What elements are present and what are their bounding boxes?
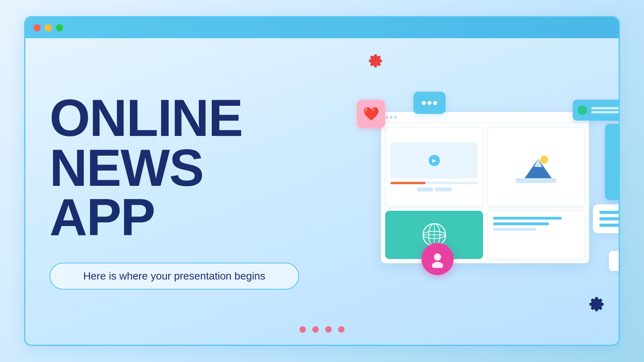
card-image	[487, 127, 585, 207]
inner-browser-bar	[381, 112, 589, 123]
avatar-circle	[421, 243, 454, 275]
chat-dot-2	[427, 101, 431, 105]
pie-chart-svg	[617, 136, 620, 188]
browser-content: ONLINE NEWS APP Here is where your prese…	[25, 38, 619, 345]
text-line-1	[493, 217, 561, 220]
outer-wrapper: ONLINE NEWS APP Here is where your prese…	[24, 16, 620, 346]
svg-point-0	[540, 156, 548, 164]
red-gear-icon	[364, 50, 385, 76]
subtitle-text: Here is where your presentation begins	[83, 270, 265, 282]
chat-dot-1	[422, 101, 426, 105]
video-progress-bar	[390, 182, 478, 184]
floating-header-bar	[573, 100, 620, 121]
page-dot-4[interactable]	[338, 326, 345, 333]
subtitle-badge: Here is where your presentation begins	[50, 263, 299, 290]
page-dot-3[interactable]	[325, 326, 332, 333]
inner-dot-3	[394, 116, 397, 119]
video-progress-fill	[390, 182, 425, 184]
dark-gear-icon	[584, 293, 607, 321]
maximize-button[interactable]	[56, 24, 63, 31]
inner-dot-1	[385, 116, 388, 119]
mountain-svg	[516, 151, 556, 183]
minimize-button[interactable]	[45, 24, 52, 31]
inner-browser-content: ▶	[381, 123, 589, 263]
heart-badge: ❤️	[357, 100, 385, 128]
text-line-2	[493, 222, 549, 225]
control-btn-2	[436, 187, 452, 191]
header-circle	[578, 105, 587, 115]
card-video: ▶	[385, 127, 483, 207]
avatar-svg	[429, 250, 446, 268]
pie-chart-card	[605, 124, 620, 200]
svg-rect-3	[516, 178, 556, 183]
close-button[interactable]	[33, 24, 41, 31]
video-play-area: ▶	[390, 142, 478, 179]
left-section: ONLINE NEWS APP Here is where your prese…	[25, 38, 352, 345]
text-line-3	[493, 228, 536, 231]
control-btn-1	[417, 187, 433, 191]
video-controls	[417, 187, 452, 191]
header-lines	[591, 107, 620, 113]
right-illustration: ❤️	[352, 38, 619, 345]
float-line-3	[599, 224, 620, 227]
float-line-2	[599, 217, 620, 220]
header-line-long	[591, 107, 620, 109]
page-dot-2[interactable]	[312, 326, 319, 333]
play-button[interactable]: ▶	[429, 155, 440, 166]
inner-browser-mockup: ❤️	[380, 111, 590, 264]
svg-point-10	[432, 262, 443, 268]
chat-bubble-badge	[413, 92, 446, 114]
page-dot-1[interactable]	[299, 326, 306, 333]
float-line-1	[599, 211, 620, 214]
header-line-short	[591, 111, 620, 113]
chat-dot-3	[433, 101, 437, 105]
browser-titlebar	[25, 17, 619, 38]
inner-dot-2	[390, 116, 392, 119]
svg-point-9	[434, 253, 441, 261]
pagination-dots	[299, 326, 345, 333]
browser-window: ONLINE NEWS APP Here is where your prese…	[24, 16, 620, 346]
floating-text-lines-card	[593, 204, 620, 233]
card-text	[487, 211, 585, 259]
small-card-bottom	[609, 251, 620, 271]
main-title: ONLINE NEWS APP	[50, 93, 328, 243]
